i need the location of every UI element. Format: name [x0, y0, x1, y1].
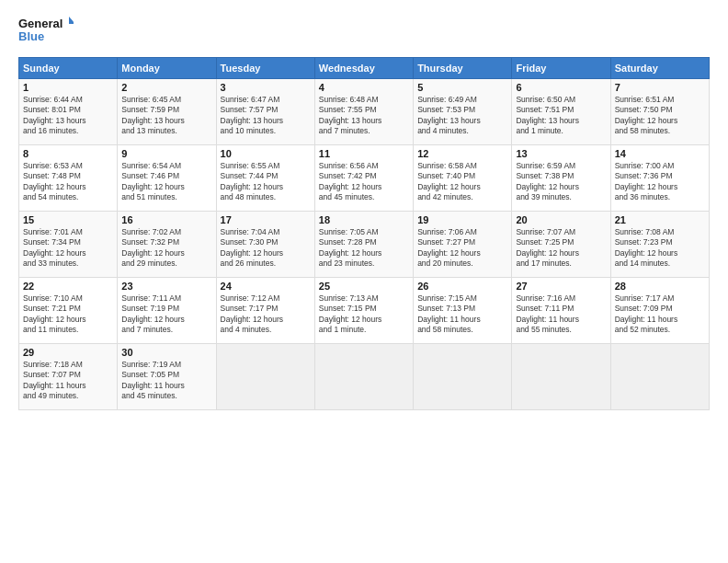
cell-data: Sunrise: 7:02 AM Sunset: 7:32 PM Dayligh…	[121, 227, 211, 270]
day-number: 27	[516, 281, 606, 292]
day-number: 23	[121, 281, 211, 292]
week-row-2: 8Sunrise: 6:53 AM Sunset: 7:48 PM Daylig…	[19, 145, 710, 212]
calendar-cell: 5Sunrise: 6:49 AM Sunset: 7:53 PM Daylig…	[414, 79, 512, 145]
cell-data: Sunrise: 7:18 AM Sunset: 7:07 PM Dayligh…	[23, 360, 113, 402]
calendar-cell: 25Sunrise: 7:13 AM Sunset: 7:15 PM Dayli…	[314, 278, 413, 344]
day-number: 11	[319, 148, 409, 159]
column-header-wednesday: Wednesday	[314, 58, 413, 79]
cell-data: Sunrise: 6:56 AM Sunset: 7:42 PM Dayligh…	[319, 161, 409, 203]
calendar-cell: 1Sunrise: 6:44 AM Sunset: 8:01 PM Daylig…	[19, 79, 118, 145]
calendar-cell	[610, 344, 709, 410]
day-number: 4	[319, 82, 409, 93]
week-row-4: 22Sunrise: 7:10 AM Sunset: 7:21 PM Dayli…	[19, 278, 710, 344]
day-number: 3	[221, 82, 311, 93]
column-header-sunday: Sunday	[19, 58, 118, 79]
calendar-cell: 17Sunrise: 7:04 AM Sunset: 7:30 PM Dayli…	[216, 212, 314, 278]
cell-data: Sunrise: 7:05 AM Sunset: 7:28 PM Dayligh…	[319, 227, 409, 270]
day-number: 15	[23, 214, 113, 225]
calendar-cell: 23Sunrise: 7:11 AM Sunset: 7:19 PM Dayli…	[118, 278, 216, 344]
calendar-cell: 26Sunrise: 7:15 AM Sunset: 7:13 PM Dayli…	[414, 278, 512, 344]
day-number: 2	[121, 82, 211, 93]
day-number: 17	[221, 214, 311, 225]
calendar-cell: 4Sunrise: 6:48 AM Sunset: 7:55 PM Daylig…	[314, 79, 413, 145]
calendar-cell: 24Sunrise: 7:12 AM Sunset: 7:17 PM Dayli…	[216, 278, 314, 344]
cell-data: Sunrise: 7:16 AM Sunset: 7:11 PM Dayligh…	[516, 293, 606, 336]
svg-marker-2	[69, 17, 74, 24]
calendar-cell: 6Sunrise: 6:50 AM Sunset: 7:51 PM Daylig…	[512, 79, 610, 145]
cell-data: Sunrise: 6:44 AM Sunset: 8:01 PM Dayligh…	[23, 95, 113, 137]
day-number: 14	[615, 148, 705, 159]
day-number: 6	[516, 82, 606, 93]
week-row-1: 1Sunrise: 6:44 AM Sunset: 8:01 PM Daylig…	[19, 79, 710, 145]
cell-data: Sunrise: 7:17 AM Sunset: 7:09 PM Dayligh…	[615, 293, 705, 336]
calendar-cell	[414, 344, 512, 410]
cell-data: Sunrise: 6:58 AM Sunset: 7:40 PM Dayligh…	[417, 161, 507, 203]
cell-data: Sunrise: 7:15 AM Sunset: 7:13 PM Dayligh…	[417, 293, 507, 336]
day-number: 10	[221, 148, 311, 159]
cell-data: Sunrise: 6:47 AM Sunset: 7:57 PM Dayligh…	[221, 95, 311, 137]
day-number: 26	[417, 281, 507, 292]
cell-data: Sunrise: 6:50 AM Sunset: 7:51 PM Dayligh…	[516, 95, 606, 137]
calendar-cell: 27Sunrise: 7:16 AM Sunset: 7:11 PM Dayli…	[512, 278, 610, 344]
calendar-cell: 9Sunrise: 6:54 AM Sunset: 7:46 PM Daylig…	[118, 145, 216, 212]
calendar-cell: 7Sunrise: 6:51 AM Sunset: 7:50 PM Daylig…	[610, 79, 709, 145]
calendar-cell: 28Sunrise: 7:17 AM Sunset: 7:09 PM Dayli…	[610, 278, 709, 344]
cell-data: Sunrise: 7:01 AM Sunset: 7:34 PM Dayligh…	[23, 227, 113, 270]
calendar-cell: 8Sunrise: 6:53 AM Sunset: 7:48 PM Daylig…	[19, 145, 118, 212]
logo: General Blue	[18, 15, 74, 48]
cell-data: Sunrise: 6:54 AM Sunset: 7:46 PM Dayligh…	[121, 161, 211, 203]
cell-data: Sunrise: 6:53 AM Sunset: 7:48 PM Dayligh…	[23, 161, 113, 203]
day-number: 5	[417, 82, 507, 93]
cell-data: Sunrise: 7:04 AM Sunset: 7:30 PM Dayligh…	[221, 227, 311, 270]
week-row-5: 29Sunrise: 7:18 AM Sunset: 7:07 PM Dayli…	[19, 344, 710, 410]
cell-data: Sunrise: 7:11 AM Sunset: 7:19 PM Dayligh…	[121, 293, 211, 336]
calendar-cell: 21Sunrise: 7:08 AM Sunset: 7:23 PM Dayli…	[610, 212, 709, 278]
day-number: 13	[516, 148, 606, 159]
calendar-cell	[512, 344, 610, 410]
day-number: 25	[319, 281, 409, 292]
calendar-cell: 2Sunrise: 6:45 AM Sunset: 7:59 PM Daylig…	[118, 79, 216, 145]
cell-data: Sunrise: 6:48 AM Sunset: 7:55 PM Dayligh…	[319, 95, 409, 137]
day-number: 8	[23, 148, 113, 159]
column-header-tuesday: Tuesday	[216, 58, 314, 79]
calendar-cell: 29Sunrise: 7:18 AM Sunset: 7:07 PM Dayli…	[19, 344, 118, 410]
day-number: 24	[221, 281, 311, 292]
calendar-cell: 12Sunrise: 6:58 AM Sunset: 7:40 PM Dayli…	[414, 145, 512, 212]
calendar-cell: 18Sunrise: 7:05 AM Sunset: 7:28 PM Dayli…	[314, 212, 413, 278]
calendar-cell: 16Sunrise: 7:02 AM Sunset: 7:32 PM Dayli…	[118, 212, 216, 278]
calendar-cell: 30Sunrise: 7:19 AM Sunset: 7:05 PM Dayli…	[118, 344, 216, 410]
calendar-cell	[216, 344, 314, 410]
cell-data: Sunrise: 7:10 AM Sunset: 7:21 PM Dayligh…	[23, 293, 113, 336]
calendar-cell: 19Sunrise: 7:06 AM Sunset: 7:27 PM Dayli…	[414, 212, 512, 278]
day-number: 29	[23, 347, 113, 358]
cell-data: Sunrise: 6:55 AM Sunset: 7:44 PM Dayligh…	[221, 161, 311, 203]
calendar-cell: 14Sunrise: 7:00 AM Sunset: 7:36 PM Dayli…	[610, 145, 709, 212]
cell-data: Sunrise: 7:07 AM Sunset: 7:25 PM Dayligh…	[516, 227, 606, 270]
day-number: 21	[615, 214, 705, 225]
calendar-cell: 15Sunrise: 7:01 AM Sunset: 7:34 PM Dayli…	[19, 212, 118, 278]
cell-data: Sunrise: 7:06 AM Sunset: 7:27 PM Dayligh…	[417, 227, 507, 270]
day-header-row: SundayMondayTuesdayWednesdayThursdayFrid…	[19, 58, 710, 79]
svg-text:Blue: Blue	[18, 29, 44, 43]
calendar-cell	[314, 344, 413, 410]
column-header-thursday: Thursday	[414, 58, 512, 79]
day-number: 7	[615, 82, 705, 93]
day-number: 18	[319, 214, 409, 225]
day-number: 28	[615, 281, 705, 292]
day-number: 16	[121, 214, 211, 225]
day-number: 12	[417, 148, 507, 159]
cell-data: Sunrise: 6:59 AM Sunset: 7:38 PM Dayligh…	[516, 161, 606, 203]
cell-data: Sunrise: 7:08 AM Sunset: 7:23 PM Dayligh…	[615, 227, 705, 270]
cell-data: Sunrise: 6:51 AM Sunset: 7:50 PM Dayligh…	[615, 95, 705, 137]
page-header: General Blue	[18, 15, 710, 48]
day-number: 22	[23, 281, 113, 292]
day-number: 20	[516, 214, 606, 225]
week-row-3: 15Sunrise: 7:01 AM Sunset: 7:34 PM Dayli…	[19, 212, 710, 278]
day-number: 19	[417, 214, 507, 225]
column-header-saturday: Saturday	[610, 58, 709, 79]
cell-data: Sunrise: 7:13 AM Sunset: 7:15 PM Dayligh…	[319, 293, 409, 336]
calendar-cell: 11Sunrise: 6:56 AM Sunset: 7:42 PM Dayli…	[314, 145, 413, 212]
day-number: 1	[23, 82, 113, 93]
cell-data: Sunrise: 6:49 AM Sunset: 7:53 PM Dayligh…	[417, 95, 507, 137]
calendar-table: SundayMondayTuesdayWednesdayThursdayFrid…	[18, 57, 710, 410]
